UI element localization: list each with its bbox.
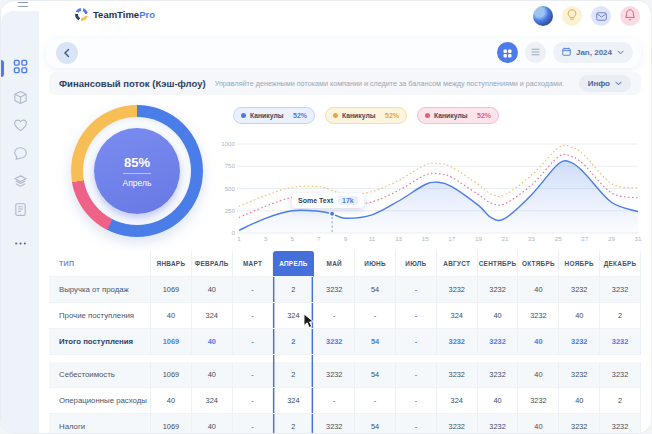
- table-cell: 2: [273, 362, 314, 388]
- user-avatar[interactable]: [533, 6, 553, 26]
- view-toggle-grid[interactable]: [497, 42, 518, 63]
- table-cell: 54: [355, 329, 396, 355]
- section-header: Финансовый поток (Кэш-флоу) Управляйте д…: [49, 72, 641, 95]
- table-cell: -: [314, 388, 355, 414]
- legend-value: 52%: [293, 112, 307, 119]
- table-header-month[interactable]: ОКТЯБРЬ: [518, 251, 559, 277]
- logo-ring-icon: [75, 8, 88, 21]
- grid-view-icon: [503, 44, 512, 62]
- svg-text:1: 1: [237, 235, 241, 242]
- line-chart: 0250500750100013579111315171921232527293…: [221, 133, 645, 245]
- info-dropdown[interactable]: Инфо: [579, 75, 631, 92]
- table-header-month[interactable]: СЕНТЯБРЬ: [478, 251, 519, 277]
- svg-text:19: 19: [475, 235, 482, 242]
- mouse-cursor: [303, 313, 316, 333]
- table-header-month[interactable]: ИЮЛЬ: [396, 251, 437, 277]
- table-cell: 3232: [437, 414, 478, 434]
- legend-chip[interactable]: Каникулы52%: [417, 107, 499, 124]
- date-label: Jan, 2024: [576, 48, 612, 57]
- view-toggle-list[interactable]: [525, 42, 546, 63]
- table-header-month[interactable]: МАРТ: [233, 251, 274, 277]
- section-description: Управляйте денежными потоками компании и…: [215, 79, 570, 88]
- tooltip-value: 17k: [338, 196, 358, 205]
- svg-text:0: 0: [232, 229, 236, 236]
- table-cell: -: [233, 329, 274, 355]
- table-cell: 3232: [559, 329, 600, 355]
- notifications-button[interactable]: [620, 6, 640, 26]
- table-cell: 40: [559, 388, 600, 414]
- table-header-month[interactable]: ЯНВАРЬ: [151, 251, 192, 277]
- table-cell: 1069: [151, 277, 192, 303]
- donut-percent: 85%: [124, 155, 150, 170]
- table-cell: 3232: [314, 277, 355, 303]
- calendar-icon: [562, 47, 571, 58]
- svg-text:27: 27: [581, 235, 588, 242]
- table-cell: 3232: [600, 414, 641, 434]
- row-label: Операционные расходы: [49, 388, 151, 414]
- app-logo[interactable]: TeamTimePro: [75, 8, 155, 21]
- table-header-month[interactable]: АПРЕЛЬ: [273, 251, 314, 277]
- idea-button[interactable]: [562, 6, 582, 26]
- donut-center: 85% Апрель: [94, 128, 180, 214]
- sidebar-item-messages[interactable]: [12, 147, 28, 163]
- table-cell: 3232: [314, 329, 355, 355]
- table-cell: -: [396, 388, 437, 414]
- bell-icon: [625, 7, 635, 25]
- svg-text:500: 500: [225, 185, 236, 192]
- envelope-icon: [596, 7, 607, 25]
- table-cell: 3232: [600, 277, 641, 303]
- sidebar-item-more[interactable]: [12, 237, 28, 253]
- donut-chart: 85% Апрель: [71, 105, 203, 237]
- table-header-month[interactable]: ДЕКАБРЬ: [600, 251, 641, 277]
- legend-dot-icon: [241, 113, 246, 118]
- date-picker[interactable]: Jan, 2024: [553, 42, 633, 63]
- row-label: Налоги: [49, 414, 151, 434]
- table-header-month[interactable]: ИЮНЬ: [355, 251, 396, 277]
- legend-chip[interactable]: Каникулы52%: [325, 107, 407, 124]
- chart-legend: Каникулы52%Каникулы52%Каникулы52%: [233, 107, 499, 124]
- table-cell: 324: [192, 303, 233, 329]
- table-cell: 1069: [151, 329, 192, 355]
- table-separator-row: [49, 355, 641, 362]
- sidebar-item-layers[interactable]: [12, 175, 28, 191]
- table-header-month[interactable]: ФЕВРАЛЬ: [192, 251, 233, 277]
- sidebar-item-dashboard[interactable]: [12, 60, 28, 76]
- table-row: Налоги106940-2323254-323232324032323232: [49, 414, 641, 434]
- back-button[interactable]: [56, 42, 78, 64]
- legend-chip[interactable]: Каникулы52%: [233, 107, 315, 124]
- table-cell: 2: [600, 303, 641, 329]
- table-cell: 1069: [151, 362, 192, 388]
- table-cell: -: [355, 303, 396, 329]
- table-cell: 3232: [559, 277, 600, 303]
- table-header-month[interactable]: МАЙ: [314, 251, 355, 277]
- table-cell: -: [396, 277, 437, 303]
- table-cell: 3232: [437, 277, 478, 303]
- table-row: Выручка от продаж106940-2323254-32323232…: [49, 277, 641, 303]
- table-cell: 3232: [314, 362, 355, 388]
- svg-text:11: 11: [369, 235, 376, 242]
- table-cell: 2: [600, 388, 641, 414]
- table-header-type: ТИП: [49, 251, 151, 277]
- table-header-month[interactable]: АВГУСТ: [437, 251, 478, 277]
- hamburger-menu-icon[interactable]: [18, 2, 28, 10]
- more-dots-icon: [13, 236, 28, 255]
- sidebar-item-products[interactable]: [12, 91, 28, 107]
- table-cell: 40: [151, 303, 192, 329]
- sidebar-item-favorites[interactable]: [12, 119, 28, 135]
- table-cell: 40: [192, 329, 233, 355]
- app-window: TeamTimePro: [0, 0, 652, 434]
- table-header-month[interactable]: НОЯБРЬ: [559, 251, 600, 277]
- svg-text:21: 21: [502, 235, 509, 242]
- table-cell: -: [396, 414, 437, 434]
- table-cell: -: [355, 388, 396, 414]
- mail-button[interactable]: [591, 6, 611, 26]
- table-cell: 54: [355, 362, 396, 388]
- row-label: Себестоимость: [49, 362, 151, 388]
- table-row: Прочие поступления40324-324---3244032324…: [49, 303, 641, 329]
- table-cell: 2: [273, 277, 314, 303]
- toolbar: Jan, 2024: [46, 38, 641, 68]
- donut-month: Апрель: [123, 178, 152, 188]
- svg-text:7: 7: [317, 235, 321, 242]
- sidebar-item-documents[interactable]: [12, 203, 28, 219]
- table-cell: 40: [518, 414, 559, 434]
